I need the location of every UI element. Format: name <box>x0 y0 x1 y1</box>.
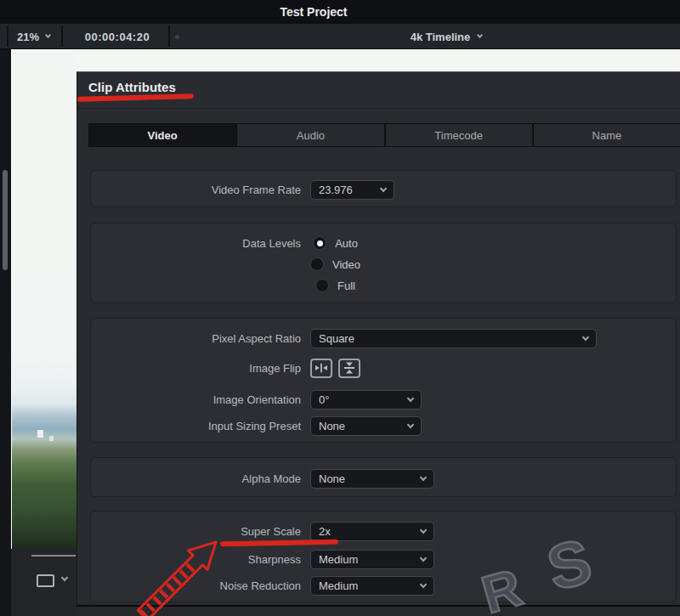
alpha-mode-dropdown[interactable]: None <box>310 469 434 489</box>
scrollbar-thumb[interactable] <box>3 170 8 270</box>
timecode-display[interactable]: 00:00:04:20 <box>68 24 167 49</box>
flip-horizontal-icon[interactable] <box>310 359 332 378</box>
dialog-tab-bar: Video Audio Timecode Name <box>88 123 680 147</box>
chevron-down-icon <box>420 554 427 561</box>
data-levels-label: Data Levels <box>91 237 301 250</box>
viewer-toolbar: 21% 00:00:04:20 4k Timeline <box>0 24 680 49</box>
alpha-mode-label: Alpha Mode <box>91 472 301 485</box>
tab-timecode[interactable]: Timecode <box>386 124 534 146</box>
input-sizing-preset-dropdown[interactable]: None <box>310 416 422 436</box>
timeline-selector-dropdown[interactable]: 4k Timeline <box>212 24 680 49</box>
frame-rate-dropdown[interactable]: 23.976 <box>310 180 394 200</box>
chevron-down-icon[interactable] <box>61 574 68 581</box>
pixel-aspect-ratio-dropdown[interactable]: Square <box>310 329 597 348</box>
section-frame-rate: Video Frame Rate 23.976 <box>90 170 677 207</box>
noise-reduction-dropdown[interactable]: Medium <box>310 576 434 596</box>
section-geometry: Pixel Aspect Ratio Square Image Flip <box>90 318 677 443</box>
tab-audio[interactable]: Audio <box>237 124 385 146</box>
data-levels-row: Data Levels Auto Video Full <box>91 236 676 298</box>
preview-building <box>37 430 43 438</box>
section-alpha: Alpha Mode None <box>90 457 677 497</box>
input-sizing-preset-label: Input Sizing Preset <box>91 420 301 432</box>
input-sizing-preset-row: Input Sizing Preset None <box>91 415 676 436</box>
video-preview-strip <box>11 49 680 72</box>
pixel-aspect-ratio-label: Pixel Aspect Ratio <box>91 332 301 345</box>
image-orientation-dropdown[interactable]: 0° <box>310 390 422 410</box>
data-levels-radio-group: Auto Video Full <box>310 236 360 292</box>
chevron-down-icon <box>45 32 51 38</box>
zoom-level-dropdown[interactable]: 21% <box>10 24 60 49</box>
viewer-bottom-panel <box>11 549 76 616</box>
image-flip-row: Image Flip <box>91 358 676 378</box>
radio-icon <box>315 279 329 292</box>
toolbar-divider <box>168 25 170 47</box>
chevron-down-icon <box>407 421 414 427</box>
tab-name[interactable]: Name <box>534 124 680 146</box>
crop-icon[interactable] <box>37 574 54 587</box>
frame-rate-row: Video Frame Rate 23.976 <box>91 179 676 200</box>
timeline-name: 4k Timeline <box>411 31 471 43</box>
window-titlebar: Test Project <box>0 0 680 24</box>
toolbar-divider <box>7 25 8 47</box>
dialog-separator <box>77 108 680 109</box>
chevron-down-icon <box>420 526 427 533</box>
chevron-down-icon <box>407 394 414 401</box>
preview-building <box>49 436 54 441</box>
dialog-title: Clip Attributes <box>88 80 176 94</box>
panel-divider <box>31 555 76 557</box>
annotation-arrow-icon <box>117 534 228 616</box>
left-scrollbar-rail <box>0 49 11 616</box>
clip-attributes-dialog: Clip Attributes Video Audio Timecode Nam… <box>76 71 680 607</box>
chevron-down-icon <box>380 184 387 191</box>
timecode-value: 00:00:04:20 <box>85 31 150 43</box>
zoom-level-value: 21% <box>17 31 39 43</box>
flip-vertical-icon[interactable] <box>338 359 360 378</box>
chevron-down-icon <box>420 473 427 480</box>
toolbar-divider <box>61 25 63 47</box>
image-flip-label: Image Flip <box>91 362 301 375</box>
chevron-down-icon <box>582 333 589 340</box>
radio-icon <box>310 257 324 271</box>
image-orientation-row: Image Orientation 0° <box>91 389 676 410</box>
project-title: Test Project <box>280 5 347 19</box>
radio-selected-icon <box>313 236 326 250</box>
chevron-down-icon <box>420 580 427 587</box>
video-preview-image <box>11 49 76 549</box>
radio-full[interactable]: Full <box>315 279 355 292</box>
section-data-levels: Data Levels Auto Video Full <box>90 223 677 303</box>
alpha-mode-row: Alpha Mode None <box>91 468 676 489</box>
frame-rate-label: Video Frame Rate <box>91 184 301 196</box>
image-orientation-label: Image Orientation <box>91 393 301 406</box>
radio-video[interactable]: Video <box>310 257 360 271</box>
radio-auto[interactable]: Auto <box>313 236 358 250</box>
chevron-down-icon <box>477 32 483 38</box>
pixel-aspect-ratio-row: Pixel Aspect Ratio Square <box>91 328 676 348</box>
tab-video[interactable]: Video <box>89 124 237 146</box>
super-scale-dropdown[interactable]: 2x <box>310 522 434 541</box>
toolbar-dot-icon <box>175 35 179 39</box>
sharpness-dropdown[interactable]: Medium <box>310 550 434 569</box>
